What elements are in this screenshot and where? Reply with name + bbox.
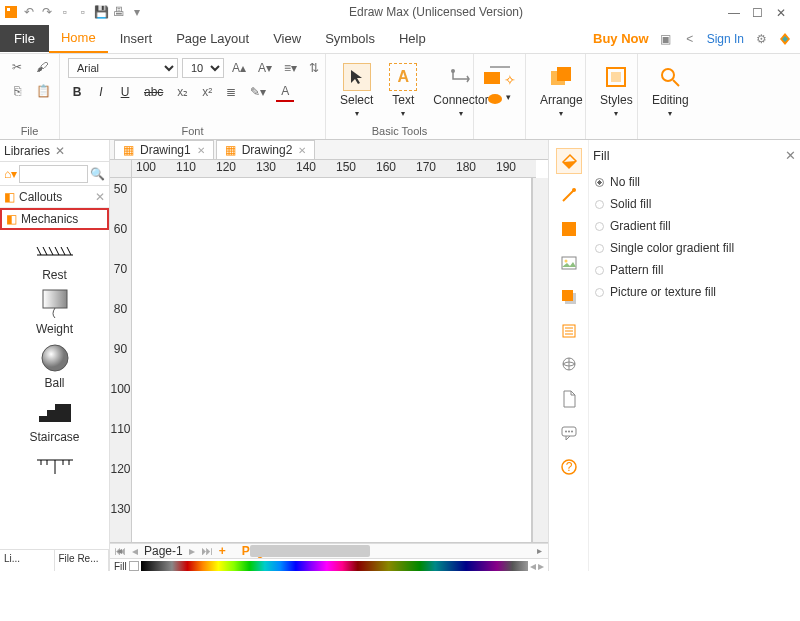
maximize-icon[interactable]: ☐	[752, 6, 764, 18]
vertical-scrollbar[interactable]	[532, 178, 548, 542]
no-color-icon[interactable]	[129, 561, 139, 571]
tab-insert[interactable]: Insert	[108, 25, 165, 52]
search-icon[interactable]: 🔍	[90, 167, 105, 181]
fill-option-no-fill[interactable]: No fill	[593, 171, 796, 193]
line-spacing-icon[interactable]: ⇅	[305, 59, 323, 77]
scroll-left-icon[interactable]: ◂	[112, 545, 126, 557]
library-category-callouts[interactable]: ◧ Callouts ✕	[0, 186, 109, 208]
sign-in-link[interactable]: Sign In	[707, 32, 744, 46]
shape-rest[interactable]: Rest	[0, 236, 109, 282]
fill-option-solid[interactable]: Solid fill	[593, 193, 796, 215]
ellipse-shape-icon[interactable]	[488, 92, 502, 106]
add-page-icon[interactable]: +	[219, 544, 226, 558]
paste-icon[interactable]: 📋	[32, 82, 55, 100]
page-tab[interactable]: Page-1	[144, 544, 183, 558]
shadow-tool-icon[interactable]	[556, 284, 582, 310]
qat-more-icon[interactable]: ▾	[130, 5, 144, 19]
fill-option-picture[interactable]: Picture or texture fill	[593, 281, 796, 303]
font-color-icon[interactable]: A	[276, 82, 294, 102]
globe-tool-icon[interactable]	[556, 352, 582, 378]
close-icon[interactable]: ✕	[776, 6, 788, 18]
buy-now-link[interactable]: Buy Now	[593, 31, 649, 46]
line-tool-icon[interactable]	[556, 182, 582, 208]
file-menu-button[interactable]: File	[0, 25, 49, 52]
cut-icon[interactable]: ✂	[8, 58, 26, 76]
bullets-icon[interactable]: ≣	[222, 83, 240, 101]
editing-button[interactable]: Editing▾	[646, 61, 695, 120]
libraries-close-icon[interactable]: ✕	[55, 144, 106, 158]
grow-font-icon[interactable]: A▴	[228, 59, 250, 77]
help-tool-icon[interactable]: ?	[556, 454, 582, 480]
drawing-canvas[interactable]	[132, 178, 532, 542]
gear-icon[interactable]: ⚙	[754, 32, 768, 46]
horizontal-scrollbar[interactable]: ◂ ▸	[110, 542, 548, 543]
shape-fill-icon[interactable]	[556, 216, 582, 242]
print-icon[interactable]: 🖶	[112, 5, 126, 19]
lib-bottom-tab-1[interactable]: Li...	[0, 550, 55, 571]
collapse-ribbon-icon[interactable]: ▣	[659, 32, 673, 46]
fill-option-pattern[interactable]: Pattern fill	[593, 259, 796, 281]
tab-view[interactable]: View	[261, 25, 313, 52]
tab-home[interactable]: Home	[49, 24, 108, 53]
undo-icon[interactable]: ↶	[22, 5, 36, 19]
category-close-icon[interactable]: ✕	[95, 190, 105, 204]
fill-option-gradient[interactable]: Gradient fill	[593, 215, 796, 237]
library-category-mechanics[interactable]: ◧ Mechanics	[0, 208, 109, 230]
copy-icon[interactable]: ⎘	[8, 82, 26, 100]
shape-ball[interactable]: Ball	[0, 344, 109, 390]
colorbar-prev-icon[interactable]: ◂	[530, 559, 536, 573]
library-home-icon[interactable]: ⌂▾	[4, 167, 17, 181]
strikethrough-button[interactable]: abc	[140, 83, 167, 101]
italic-button[interactable]: I	[92, 83, 110, 101]
redo-icon[interactable]: ↷	[40, 5, 54, 19]
highlight-icon[interactable]: ✎▾	[246, 83, 270, 101]
fill-option-single-gradient[interactable]: Single color gradient fill	[593, 237, 796, 259]
doc-tab-1-close-icon[interactable]: ✕	[197, 145, 205, 156]
doc-tab-2[interactable]: ▦Drawing2✕	[216, 140, 316, 159]
shape-extra[interactable]	[0, 452, 109, 480]
subscript-button[interactable]: x₂	[173, 83, 192, 101]
line-shape-icon[interactable]	[490, 66, 510, 68]
shape-staircase[interactable]: Staircase	[0, 398, 109, 444]
format-painter-icon[interactable]: 🖌	[32, 58, 52, 76]
lib-bottom-tab-2[interactable]: File Re...	[55, 550, 110, 571]
minimize-icon[interactable]: —	[728, 6, 740, 18]
library-search-input[interactable]	[19, 165, 88, 183]
rect-shape-icon[interactable]	[484, 72, 500, 84]
colorbar-next-icon[interactable]: ▸	[538, 559, 544, 573]
styles-button[interactable]: Styles▾	[594, 61, 639, 120]
list-tool-icon[interactable]	[556, 318, 582, 344]
arrange-button[interactable]: Arrange▾	[534, 61, 589, 120]
page-tool-icon[interactable]	[556, 386, 582, 412]
comment-tool-icon[interactable]	[556, 420, 582, 446]
select-tool-button[interactable]: Select▾	[334, 61, 379, 120]
app-secondary-icon[interactable]	[778, 32, 792, 46]
font-family-select[interactable]: Arial	[68, 58, 178, 78]
new-icon[interactable]: ▫	[58, 5, 72, 19]
shape-preset-icon[interactable]: ✧	[504, 72, 516, 88]
scroll-thumb[interactable]	[250, 545, 370, 557]
doc-tab-1[interactable]: ▦Drawing1✕	[114, 140, 214, 159]
tab-page-layout[interactable]: Page Layout	[164, 25, 261, 52]
save-icon[interactable]: 💾	[94, 5, 108, 19]
font-size-select[interactable]: 10	[182, 58, 224, 78]
color-palette-strip[interactable]	[141, 561, 528, 571]
fill-panel-close-icon[interactable]: ✕	[785, 148, 796, 163]
shape-weight[interactable]: Weight	[0, 290, 109, 336]
page-nav-next-icon[interactable]: ▸	[189, 544, 195, 558]
open-icon[interactable]: ▫	[76, 5, 90, 19]
page-nav-last-icon[interactable]: ⏭	[201, 544, 213, 558]
align-dropdown-icon[interactable]: ≡▾	[280, 59, 301, 77]
shape-more-icon[interactable]: ▾	[506, 92, 511, 106]
bold-button[interactable]: B	[68, 83, 86, 101]
underline-button[interactable]: U	[116, 83, 134, 101]
scroll-right-icon[interactable]: ▸	[532, 545, 546, 557]
tab-symbols[interactable]: Symbols	[313, 25, 387, 52]
shrink-font-icon[interactable]: A▾	[254, 59, 276, 77]
doc-tab-2-close-icon[interactable]: ✕	[298, 145, 306, 156]
text-tool-button[interactable]: A Text▾	[383, 61, 423, 120]
page-nav-prev-icon[interactable]: ◂	[132, 544, 138, 558]
fill-tool-icon[interactable]	[556, 148, 582, 174]
tab-help[interactable]: Help	[387, 25, 438, 52]
superscript-button[interactable]: x²	[198, 83, 216, 101]
